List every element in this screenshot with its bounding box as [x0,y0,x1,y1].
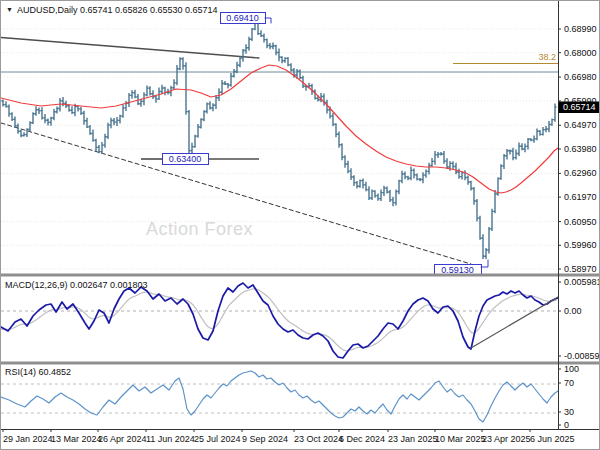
price-axis-label: 0.59960 [564,240,597,250]
trading-chart-window: 38.20.694100.634000.591300.689900.680000… [0,0,600,450]
symbol-ohlc-values: 0.65741 0.65826 0.65530 0.65714 [77,5,217,15]
chart-canvas[interactable]: 38.20.694100.634000.591300.689900.680000… [1,1,600,450]
fib-38-2-label: 38.2 [538,52,556,62]
date-axis-label: 23 Jan 2025 [388,434,438,444]
high-price-label: 0.69410 [226,13,259,23]
price-axis-label: 0.66980 [564,72,597,82]
current-price-label: 0.65714 [563,102,596,112]
price-axis-label: 0.58970 [564,264,597,274]
date-axis-label: 13 Mar 2024 [51,434,102,444]
price-axis-label: 0.68990 [564,24,597,34]
rsi-axis-label: 100 [564,364,579,374]
date-axis-label: 23 Apr 2025 [482,434,531,444]
date-axis-label: 9 Sep 2024 [242,434,288,444]
rsi-axis-label: 0 [564,420,569,430]
date-axis-label: 6 Jun 2025 [530,434,575,444]
rsi-axis-label: 30 [564,407,574,417]
date-axis-label: 10 Mar 2025 [435,434,486,444]
rsi-value: 60.4852 [36,367,71,377]
price-axis-label: 0.60950 [564,217,597,227]
pane-separator[interactable] [1,274,600,277]
rsi-indicator-header: RSI(14) 60.4852 [5,367,71,377]
price-pane[interactable] [1,1,558,273]
date-axis-label: 29 Jan 2024 [3,434,53,444]
date-axis-label: 11 Jun 2024 [146,434,195,444]
price-axis-label: 0.62960 [564,168,597,178]
date-axis-label: 25 Jul 2024 [194,434,241,444]
rsi-title: RSI(14) [5,367,36,377]
date-axis-label: 23 Oct 2024 [294,434,343,444]
rsi-pane[interactable] [1,365,558,429]
macd-title: MACD(12,26,9) [5,280,68,290]
macd-axis-label: 0.00 [564,306,582,316]
price-axis-label: 0.64970 [564,120,597,130]
price-axis-label: 0.63980 [564,144,597,154]
date-axis-label: 6 Dec 2024 [339,434,385,444]
macd-values: 0.002647 0.001803 [68,280,148,290]
price-axis-label: 0.68000 [564,48,597,58]
watermark: Action Forex [146,219,253,240]
price-axis-label: 0.61970 [564,192,597,202]
symbol-header: ▼AUDUSD,Daily 0.65741 0.65826 0.65530 0.… [6,5,218,15]
pane-separator[interactable] [1,362,600,365]
rsi-axis-label: 70 [564,378,574,388]
symbol-dropdown-icon[interactable]: ▼ [6,6,13,13]
macd-axis-label: -0.00859 [564,351,600,361]
support-price-label: 0.63400 [169,154,202,164]
date-axis-label: 26 Apr 2024 [98,434,147,444]
symbol-name: AUDUSD,Daily [17,5,78,15]
macd-indicator-header: MACD(12,26,9) 0.002647 0.001803 [5,280,148,290]
macd-axis-label: 0.005981 [564,277,600,287]
